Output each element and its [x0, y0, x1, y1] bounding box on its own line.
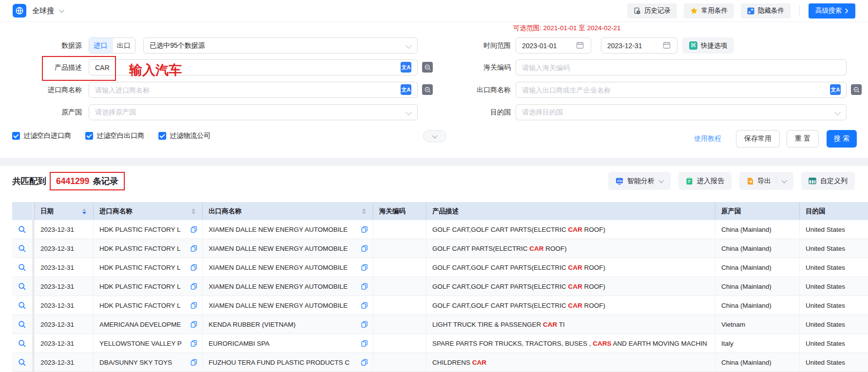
- sort-arrows-icon[interactable]: [192, 208, 195, 214]
- collapse-form-button[interactable]: [423, 130, 446, 142]
- checkbox-filter-blank-importer[interactable]: 过滤空白进口商: [12, 131, 71, 140]
- column-header-4: 海关编码: [373, 202, 426, 220]
- sort-arrows-icon[interactable]: [82, 208, 86, 214]
- chevron-down-icon[interactable]: [59, 7, 64, 13]
- sort-arrows-icon[interactable]: [362, 208, 366, 214]
- svg-text:BI: BI: [620, 180, 623, 183]
- product-text: GOLF CART,GOLF CART PARTS(ELECTRIC CAR R…: [432, 226, 605, 233]
- calendar-icon[interactable]: [576, 41, 584, 51]
- row-search-icon[interactable]: [18, 320, 26, 329]
- copy-icon[interactable]: [191, 359, 197, 366]
- exporter-label: 出口商名称: [429, 82, 511, 98]
- copy-icon[interactable]: [361, 245, 368, 252]
- translate-icon[interactable]: 文A: [401, 84, 411, 95]
- row-detail-cell: [12, 334, 34, 353]
- arrow-right-icon: [845, 8, 849, 14]
- copy-icon[interactable]: [361, 359, 368, 366]
- cell-hs-code: [373, 258, 426, 277]
- copy-icon[interactable]: [191, 321, 197, 328]
- origin-value: China (Mainland): [721, 302, 772, 309]
- dest-country-select[interactable]: 请选择目的国: [516, 104, 847, 120]
- copy-icon[interactable]: [191, 340, 197, 347]
- keyword-highlight: CAR: [568, 226, 582, 233]
- calendar-icon[interactable]: [663, 41, 671, 51]
- column-header-5: 产品描述: [426, 202, 715, 220]
- exporter-input[interactable]: [516, 82, 847, 98]
- chevron-down-icon: [432, 132, 437, 138]
- hide-conditions-button[interactable]: 隐藏条件: [741, 3, 791, 19]
- dest-value: United States: [806, 226, 845, 233]
- data-source-select[interactable]: 已选中95个数据源: [143, 37, 418, 54]
- cell-origin-country: China (Mainland): [715, 277, 799, 296]
- column-header-3[interactable]: 出口商名称: [202, 202, 373, 220]
- translate-icon[interactable]: 文A: [401, 62, 411, 73]
- copy-icon[interactable]: [361, 302, 368, 309]
- copy-icon[interactable]: [191, 302, 197, 309]
- translate-icon[interactable]: 文A: [830, 84, 841, 95]
- export-button[interactable]: 导出: [739, 172, 793, 190]
- cell-exporter-name: XIAMEN DALLE NEW ENERGY AUTOMOBILE: [209, 283, 347, 290]
- copy-icon[interactable]: [191, 283, 197, 290]
- copy-icon[interactable]: [191, 245, 197, 252]
- table-row: 2023-12-31DBA/SUNNY SKY TOYSFUZHOU TERA …: [12, 353, 868, 372]
- copy-icon[interactable]: [361, 264, 368, 271]
- table-row: 2023-12-31HDK PLASTIC FACTORY LXIAMEN DA…: [12, 296, 868, 315]
- star-icon: [690, 7, 698, 15]
- importer-input[interactable]: [89, 82, 418, 98]
- checkbox-filter-blank-exporter[interactable]: 过滤空白出口商: [85, 131, 144, 140]
- column-label: 产品描述: [432, 207, 459, 216]
- copy-icon[interactable]: [191, 264, 197, 271]
- row-search-icon[interactable]: [18, 358, 26, 367]
- origin-value: China (Mainland): [721, 283, 772, 290]
- date-value: 2023-12-31: [40, 340, 74, 347]
- exclude-search-icon[interactable]: [851, 84, 862, 95]
- cell-exporter: EURORICAMBI SPA: [202, 334, 373, 353]
- date-value: 2023-12-31: [40, 245, 74, 252]
- cell-date: 2023-12-31: [34, 220, 93, 239]
- copy-icon[interactable]: [361, 283, 368, 290]
- copy-icon[interactable]: [191, 226, 197, 233]
- copy-icon[interactable]: [361, 321, 368, 328]
- row-search-icon[interactable]: [18, 282, 26, 291]
- column-header-1[interactable]: 日期: [34, 202, 93, 220]
- sort-desc-icon: [362, 212, 366, 214]
- report-icon: [686, 177, 693, 185]
- annotation-red-box-count: 6441299 条记录: [50, 172, 125, 190]
- row-search-icon[interactable]: [18, 301, 26, 310]
- toggle-import[interactable]: 进口: [89, 38, 112, 53]
- toggle-export[interactable]: 出口: [112, 38, 135, 53]
- smart-analysis-button[interactable]: BI 智能分析: [608, 172, 671, 190]
- row-search-icon[interactable]: [18, 225, 26, 234]
- tutorial-link[interactable]: 使用教程: [694, 134, 721, 143]
- cell-importer: YELLOWSTONE VALLEY P: [93, 334, 202, 353]
- favorite-conditions-button[interactable]: 常用条件: [684, 3, 734, 19]
- table-row: 2023-12-31HDK PLASTIC FACTORY LXIAMEN DA…: [12, 258, 868, 277]
- search-button[interactable]: 搜 索: [827, 130, 857, 148]
- enter-report-button[interactable]: 进入报告: [678, 172, 732, 190]
- cell-exporter: XIAMEN DALLE NEW ENERGY AUTOMOBILE: [202, 296, 373, 315]
- cell-hs-code: [373, 334, 426, 353]
- row-search-icon[interactable]: [18, 263, 26, 272]
- cell-exporter: XIAMEN DALLE NEW ENERGY AUTOMOBILE: [202, 239, 373, 258]
- column-label: 出口商名称: [209, 207, 242, 216]
- copy-icon[interactable]: [361, 340, 368, 347]
- cell-importer: HDK PLASTIC FACTORY L: [93, 239, 202, 258]
- bi-chart-icon: BI: [616, 177, 623, 185]
- column-header-2[interactable]: 进口商名称: [93, 202, 202, 220]
- custom-columns-button[interactable]: 自定义列: [801, 172, 855, 190]
- date-value: 2023-12-31: [40, 283, 74, 290]
- row-search-icon[interactable]: [18, 244, 26, 253]
- copy-icon[interactable]: [361, 226, 368, 233]
- origin-country-select[interactable]: 请选择原产国: [89, 104, 418, 120]
- chevron-down-icon[interactable]: [781, 177, 787, 183]
- checkbox-filter-logistics[interactable]: 过滤物流公司: [158, 131, 211, 140]
- row-search-icon[interactable]: [18, 339, 26, 348]
- global-search-page: 全球搜 历史记录 常用条件 隐藏条件: [0, 0, 868, 372]
- quick-options-button[interactable]: ⌘ 快捷选项: [682, 37, 734, 54]
- save-conditions-button[interactable]: 保存常用: [736, 130, 780, 148]
- hs-code-input[interactable]: [516, 59, 847, 75]
- advanced-search-button[interactable]: 高级搜索: [809, 3, 855, 19]
- cell-origin-country: China (Mainland): [715, 239, 799, 258]
- reset-button[interactable]: 重 置: [787, 130, 819, 148]
- history-button[interactable]: 历史记录: [627, 3, 677, 19]
